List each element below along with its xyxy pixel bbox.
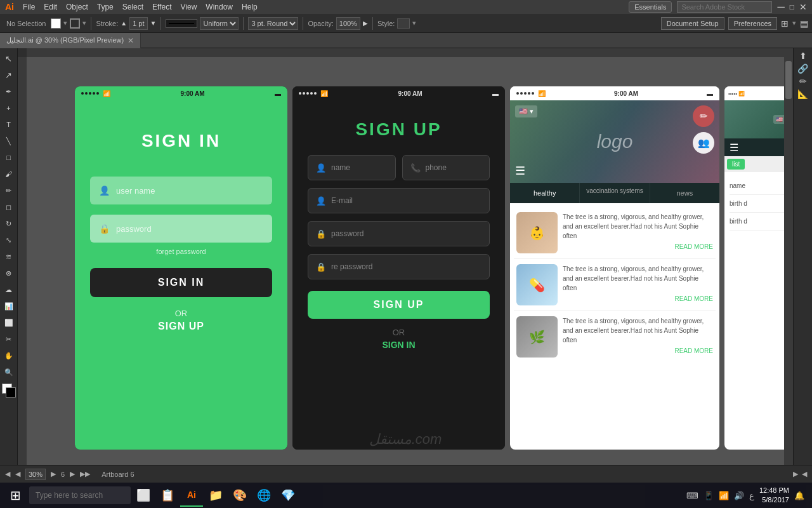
news-tab[interactable]: news [650,183,719,203]
taskbar-folder-icon[interactable]: 📁 [204,484,227,507]
add-anchor-tool[interactable]: + [1,100,16,116]
stroke-value-input[interactable]: 1 pt [129,17,147,30]
forget-password-link[interactable]: forget password [156,248,206,255]
vertical-scrollbar[interactable] [784,48,793,483]
signup-password-field[interactable]: 🔒 password [308,221,490,246]
tool-circle-1[interactable]: ✏ [693,105,714,127]
username-field[interactable]: 👤 user name [90,177,272,204]
taskbar-app-icon-2[interactable]: 🎨 [228,484,251,507]
page-back-btn[interactable]: ◀ [15,470,20,478]
fill-stroke-box[interactable] [2,384,16,398]
pen-tool[interactable]: ✒ [1,84,16,99]
menu-object[interactable]: Object [66,3,88,11]
direct-select-tool[interactable]: ↗ [1,67,16,83]
password-field[interactable]: 🔒 password [90,215,272,243]
document-setup-button[interactable]: Document Setup [661,17,724,30]
artboard-tool[interactable]: ⬜ [1,315,16,330]
menu-view[interactable]: View [181,3,197,11]
list-button[interactable]: list [727,159,745,170]
healthy-tab[interactable]: healthy [510,183,580,203]
tab-close-icon[interactable]: ✕ [128,36,134,45]
menu-type[interactable]: Type [97,3,114,11]
stroke-color-swatch[interactable] [70,18,80,29]
menu-edit[interactable]: Edit [44,3,57,11]
scale-tool[interactable]: ⤡ [1,232,16,248]
stroke-type-select[interactable]: Uniform [200,17,239,30]
menu-file[interactable]: File [23,3,35,11]
arrange-icon[interactable]: ▤ [800,18,808,29]
zoom-level[interactable]: 30% [25,469,46,480]
tray-notification-icon[interactable]: 🔔 [794,491,804,500]
tool-circle-2[interactable]: 👥 [693,132,714,154]
align-dropdown-arrow[interactable]: ▾ [792,19,796,27]
read-more-1[interactable]: READ MORE [563,243,713,250]
pencil-tool[interactable]: ✏ [1,183,16,198]
menu-window[interactable]: Window [206,3,233,11]
essentials-dropdown[interactable]: Essentials [629,1,672,13]
fill-dropdown-arrow[interactable]: ▾ [63,19,67,27]
taskbar-illustrator-icon[interactable]: Ai [180,484,203,507]
taskbar-browser-icon[interactable]: 🌐 [252,484,275,507]
task-view-icon[interactable]: 📋 [156,484,179,507]
bottom-nav-icon[interactable]: ▶ [793,470,798,478]
page-fwd-btn[interactable]: ▶ [51,470,56,478]
rect-tool[interactable]: □ [1,150,16,165]
re-password-field[interactable]: 🔒 re password [308,254,490,279]
fill-color-swatch[interactable] [51,18,61,29]
sign-in-link[interactable]: SIGN IN [382,340,415,350]
hand-tool[interactable]: ✋ [1,348,16,363]
partial-hamburger-icon[interactable]: ☰ [730,142,738,154]
taskbar-search-input[interactable] [29,486,131,504]
zoom-back-btn[interactable]: ◀ [5,470,10,478]
start-button[interactable]: ⊞ [3,483,28,508]
paintbrush-tool[interactable]: 🖌 [1,166,16,182]
rotate-tool[interactable]: ↻ [1,216,16,231]
tray-icon-2[interactable]: 📱 [704,491,714,500]
vaccination-tab[interactable]: vaccination systems [580,183,650,203]
round-cap-select[interactable]: 3 pt. Round [248,17,298,30]
cortana-icon[interactable]: ⬜ [132,484,155,507]
page-fwd2-btn[interactable]: ▶ [70,470,75,478]
phone-field[interactable]: 📞 phone [402,155,490,180]
email-field[interactable]: 👤 E-mail [308,188,490,213]
style-swatch[interactable] [397,18,410,29]
opacity-arrow[interactable]: ▶ [363,20,368,27]
warp-tool[interactable]: ≋ [1,249,16,264]
scrollbar-thumb[interactable] [785,61,792,99]
menu-help[interactable]: Help [242,3,258,11]
sign-in-button[interactable]: SIGN IN [90,268,272,297]
stroke-up-arrow[interactable]: ▲ [121,20,127,27]
style-dropdown-arrow[interactable]: ▾ [412,19,416,27]
right-panel-icon-3[interactable]: ✏ [799,76,807,86]
eraser-tool[interactable]: ◻ [1,199,16,215]
right-panel-icon-2[interactable]: 🔗 [797,64,808,74]
symbol-sprayer-tool[interactable]: ☁ [1,282,16,297]
close-icon[interactable]: ✕ [799,2,807,12]
blend-tool[interactable]: ⊗ [1,265,16,281]
bottom-nav-icon-2[interactable]: ◀ [802,470,807,478]
slice-tool[interactable]: ✂ [1,331,16,347]
zoom-tool[interactable]: 🔍 [1,364,16,380]
column-graph-tool[interactable]: 📊 [1,298,16,314]
maximize-icon[interactable]: □ [790,3,794,11]
tray-wifi-icon[interactable]: 📶 [719,491,729,500]
tray-ime-icon[interactable]: ع [749,491,754,500]
read-more-2[interactable]: READ MORE [563,295,713,302]
taskbar-app-icon-3[interactable]: 💎 [277,484,299,507]
page-end-btn[interactable]: ▶▶ [80,470,90,478]
right-panel-icon-4[interactable]: 📐 [797,89,808,99]
stroke-swatch-dropdown[interactable]: ▾ [82,19,86,27]
minimize-icon[interactable]: ─ [777,1,784,13]
type-tool[interactable]: T [1,117,16,132]
read-more-3[interactable]: READ MORE [563,347,713,354]
line-tool[interactable]: ╲ [1,133,16,149]
sign-up-link[interactable]: SIGN UP [158,321,204,332]
menu-select[interactable]: Select [122,3,143,11]
stock-search-input[interactable] [677,1,772,13]
name-field[interactable]: 👤 name [308,155,396,180]
opacity-value[interactable]: 100% [336,17,360,30]
active-tab[interactable]: التجليل.ai @ 30% (RGB/Pixel Preview) ✕ [0,33,141,48]
select-tool[interactable]: ↖ [1,51,16,66]
stroke-box[interactable] [6,387,16,398]
sign-up-button[interactable]: SIGN UP [308,291,490,319]
